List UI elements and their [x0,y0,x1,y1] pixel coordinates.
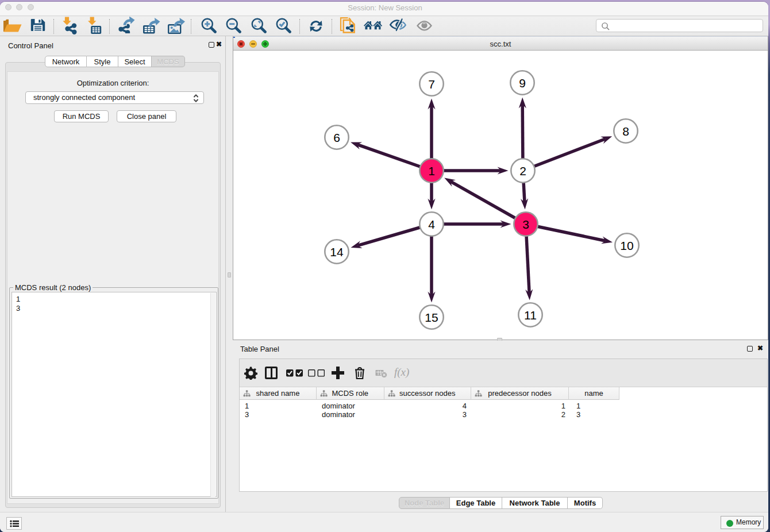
svg-text:2: 2 [519,164,526,178]
svg-text:14: 14 [330,245,344,259]
svg-text:7: 7 [428,78,435,91]
svg-text:3: 3 [522,218,529,231]
svg-text:f(x): f(x) [394,367,409,379]
svg-text:8: 8 [622,125,629,138]
svg-text:11: 11 [524,309,537,322]
svg-text:15: 15 [425,311,438,324]
svg-text:10: 10 [620,239,633,252]
svg-text:9: 9 [519,76,526,90]
svg-text:1: 1 [428,164,435,178]
svg-text:6: 6 [333,131,340,144]
svg-text:4: 4 [428,218,435,231]
